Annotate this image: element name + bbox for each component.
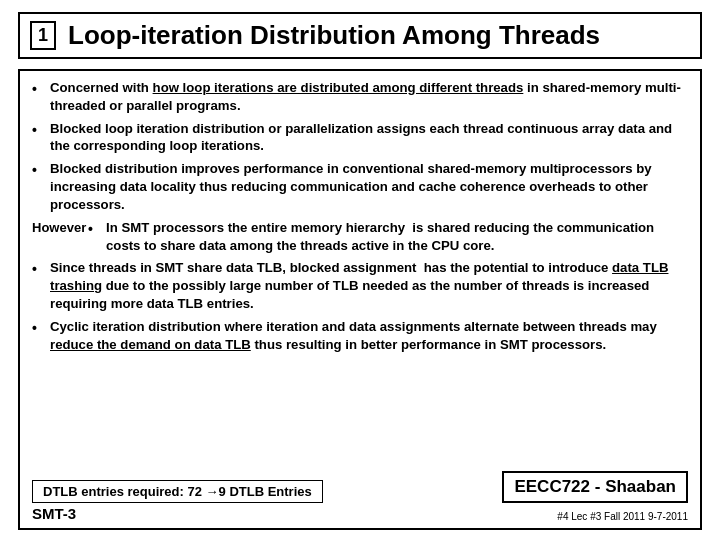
bullet-dot: • xyxy=(32,80,50,99)
list-item: However • In SMT processors the entire m… xyxy=(32,219,688,255)
footer-bottom: SMT-3 #4 Lec #3 Fall 2011 9-7-2011 xyxy=(32,505,688,522)
footer-left: DTLB entries required: 72 →9 DTLB Entrie… xyxy=(32,480,323,503)
slide-number: 1 xyxy=(30,21,56,50)
footer-right: EECC722 - Shaaban xyxy=(502,471,688,503)
list-item: • Concerned with how loop iterations are… xyxy=(32,79,688,115)
bullet-text: • In SMT processors the entire memory hi… xyxy=(88,219,688,255)
smt-label: SMT-3 xyxy=(32,505,76,522)
bullet-text: Blocked loop iteration distribution or p… xyxy=(50,120,688,156)
bullet-text: Blocked distribution improves performanc… xyxy=(50,160,688,213)
lec-info: #4 Lec #3 Fall 2011 9-7-2011 xyxy=(557,511,688,522)
slide-header: 1 Loop-iteration Distribution Among Thre… xyxy=(18,12,702,59)
bullet-list: • Concerned with how loop iterations are… xyxy=(32,79,688,467)
bullet-dot: • xyxy=(88,220,106,239)
eecc-label: EECC722 - Shaaban xyxy=(502,471,688,503)
bullet-dot: • xyxy=(32,121,50,140)
dtlb-box: DTLB entries required: 72 →9 DTLB Entrie… xyxy=(32,480,323,503)
slide: 1 Loop-iteration Distribution Among Thre… xyxy=(0,0,720,540)
however-text: In SMT processors the entire memory hier… xyxy=(106,219,688,255)
bullet-text: Concerned with how loop iterations are d… xyxy=(50,79,688,115)
slide-title: Loop-iteration Distribution Among Thread… xyxy=(68,20,600,51)
footer-area: DTLB entries required: 72 →9 DTLB Entrie… xyxy=(32,471,688,503)
bullet-text: Cyclic iteration distribution where iter… xyxy=(50,318,688,354)
slide-content: • Concerned with how loop iterations are… xyxy=(18,69,702,530)
however-label: However xyxy=(32,219,88,235)
list-item: • Since threads in SMT share data TLB, b… xyxy=(32,259,688,312)
list-item: • Blocked distribution improves performa… xyxy=(32,160,688,213)
bullet-dot: • xyxy=(32,260,50,279)
bullet-dot: • xyxy=(32,161,50,180)
list-item: • Cyclic iteration distribution where it… xyxy=(32,318,688,354)
list-item: • Blocked loop iteration distribution or… xyxy=(32,120,688,156)
bullet-text: Since threads in SMT share data TLB, blo… xyxy=(50,259,688,312)
bullet-dot: • xyxy=(32,319,50,338)
